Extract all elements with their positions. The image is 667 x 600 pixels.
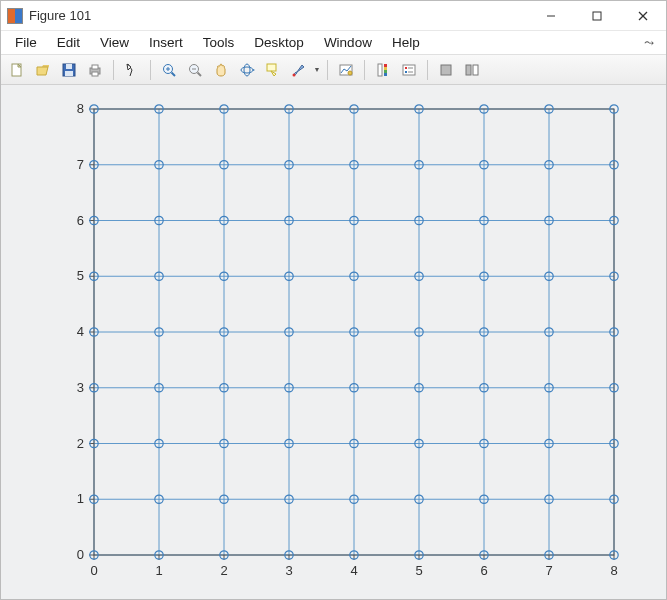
data-cursor-button[interactable] [261, 58, 285, 82]
svg-line-14 [172, 72, 176, 76]
toolbar-separator [427, 60, 428, 80]
x-tick-label: 4 [350, 563, 357, 578]
svg-rect-8 [65, 71, 73, 76]
figure-window: Figure 101 File Edit View Insert Tools D… [0, 0, 667, 600]
minimize-button[interactable] [528, 1, 574, 30]
svg-rect-31 [384, 73, 387, 76]
menu-edit[interactable]: Edit [47, 33, 90, 52]
svg-point-20 [241, 67, 253, 73]
menu-insert[interactable]: Insert [139, 33, 193, 52]
svg-point-21 [244, 64, 250, 76]
x-tick-label: 3 [285, 563, 292, 578]
y-tick-label: 8 [76, 101, 83, 116]
x-tick-label: 1 [155, 563, 162, 578]
rotate3d-button[interactable] [235, 58, 259, 82]
svg-rect-23 [267, 64, 276, 71]
insert-legend-button[interactable] [397, 58, 421, 82]
save-button[interactable] [57, 58, 81, 82]
x-tick-label: 2 [220, 563, 227, 578]
svg-point-26 [348, 71, 352, 75]
svg-rect-27 [378, 64, 382, 76]
svg-point-24 [293, 73, 296, 76]
hide-plot-tools-button[interactable] [434, 58, 458, 82]
svg-rect-1 [593, 12, 601, 20]
y-tick-label: 2 [76, 436, 83, 451]
y-tick-label: 5 [76, 268, 83, 283]
y-tick-label: 7 [76, 157, 83, 172]
x-tick-label: 0 [90, 563, 97, 578]
edit-plot-button[interactable] [120, 58, 144, 82]
svg-rect-39 [473, 65, 478, 75]
svg-rect-11 [92, 72, 98, 76]
zoom-in-button[interactable] [157, 58, 181, 82]
new-figure-button[interactable] [5, 58, 29, 82]
svg-rect-29 [384, 67, 387, 70]
close-button[interactable] [620, 1, 666, 30]
brush-dropdown-icon[interactable]: ▼ [313, 58, 321, 82]
menu-tools[interactable]: Tools [193, 33, 245, 52]
svg-rect-28 [384, 64, 387, 67]
y-tick-label: 3 [76, 380, 83, 395]
toolbar-separator [364, 60, 365, 80]
pan-button[interactable] [209, 58, 233, 82]
maximize-button[interactable] [574, 1, 620, 30]
open-button[interactable] [31, 58, 55, 82]
x-tick-label: 8 [610, 563, 617, 578]
svg-marker-12 [127, 64, 131, 70]
title-bar: Figure 101 [1, 1, 666, 31]
insert-colorbar-button[interactable] [371, 58, 395, 82]
menu-window[interactable]: Window [314, 33, 382, 52]
y-tick-label: 1 [76, 491, 83, 506]
brush-button[interactable] [287, 58, 311, 82]
axes-plot: 012345678012345678 [39, 97, 629, 587]
axes[interactable]: 012345678012345678 [39, 97, 629, 587]
svg-rect-32 [403, 65, 415, 75]
zoom-out-button[interactable] [183, 58, 207, 82]
figure-toolbar: ▼ [1, 55, 666, 85]
menu-view[interactable]: View [90, 33, 139, 52]
svg-rect-30 [384, 70, 387, 73]
menu-desktop[interactable]: Desktop [244, 33, 314, 52]
toolbar-separator [327, 60, 328, 80]
link-plot-button[interactable] [334, 58, 358, 82]
svg-line-18 [198, 72, 202, 76]
menu-overflow-icon[interactable]: ⤳ [636, 34, 662, 52]
svg-rect-33 [405, 67, 407, 69]
x-tick-label: 5 [415, 563, 422, 578]
svg-marker-22 [253, 69, 255, 71]
y-tick-label: 4 [76, 324, 83, 339]
menu-help[interactable]: Help [382, 33, 430, 52]
svg-rect-7 [66, 64, 72, 69]
svg-rect-38 [466, 65, 471, 75]
print-button[interactable] [83, 58, 107, 82]
x-tick-label: 6 [480, 563, 487, 578]
svg-rect-35 [405, 71, 407, 73]
menu-bar: File Edit View Insert Tools Desktop Wind… [1, 31, 666, 55]
toolbar-separator [113, 60, 114, 80]
toolbar-separator [150, 60, 151, 80]
y-tick-label: 0 [76, 547, 83, 562]
figure-client-area: 012345678012345678 [1, 85, 666, 599]
show-plot-tools-button[interactable] [460, 58, 484, 82]
svg-rect-37 [441, 65, 451, 75]
window-title: Figure 101 [29, 8, 528, 23]
y-tick-label: 6 [76, 213, 83, 228]
menu-file[interactable]: File [5, 33, 47, 52]
svg-rect-10 [92, 65, 98, 69]
matlab-figure-icon [7, 8, 23, 24]
x-tick-label: 7 [545, 563, 552, 578]
